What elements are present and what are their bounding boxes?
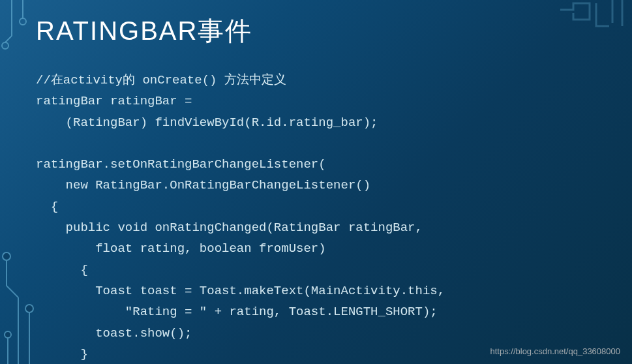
code-snippet: //在activity的 onCreate() 方法中定义 ratingBar … xyxy=(36,70,596,364)
slide-content: RATINGBAR事件 //在activity的 onCreate() 方法中定… xyxy=(0,0,632,364)
slide-title: RATINGBAR事件 xyxy=(36,13,596,49)
